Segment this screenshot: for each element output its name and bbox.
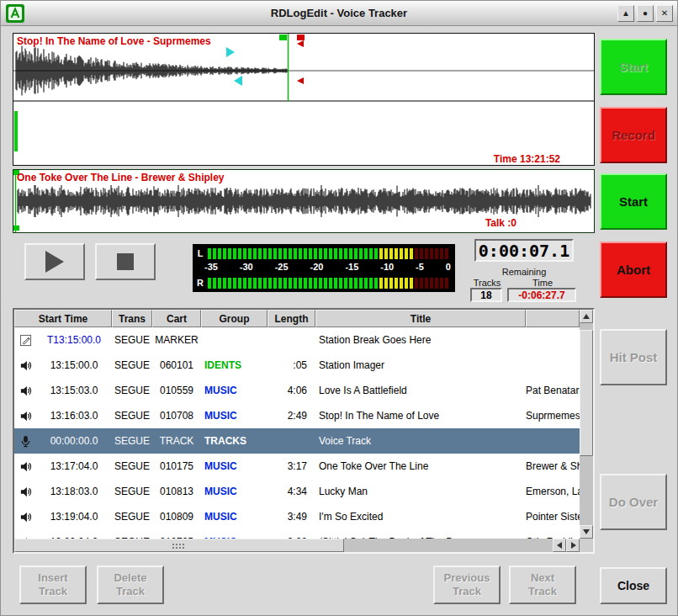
cell-cart: 010809 [152, 511, 201, 523]
cell-length: :05 [267, 359, 315, 371]
cell-trans: SEGUE [112, 410, 152, 422]
cell-artist: Suprmemes [526, 410, 580, 422]
cell-trans: SEGUE [112, 486, 152, 497]
scroll-right-button[interactable] [566, 539, 580, 552]
speaker-icon [14, 486, 36, 498]
cell-trans: SEGUE [112, 435, 152, 447]
delete-track-button[interactable]: Delete Track [97, 566, 164, 604]
voice-tracker-window: RDLogEdit - Voice Tracker ▲ ● ✕ Stop! In… [0, 0, 678, 616]
close-icon[interactable]: ✕ [656, 5, 673, 22]
cell-trans: SEGUE [112, 385, 152, 396]
cell-cart: 010559 [152, 385, 201, 396]
vertical-scroll-track[interactable] [580, 323, 593, 525]
speaker-icon [14, 511, 36, 523]
speaker-icon [14, 385, 36, 397]
cell-cart: 010708 [152, 410, 201, 422]
record-button[interactable]: Record [600, 107, 667, 163]
stop-button[interactable] [95, 243, 156, 280]
cell-title: I'm So Excited [315, 511, 526, 523]
do-over-button[interactable]: Do Over [600, 474, 667, 530]
remaining-label: Remaining [474, 267, 574, 277]
cell-cart: MARKER [152, 334, 201, 346]
hit-post-button[interactable]: Hit Post [600, 329, 667, 385]
col-group[interactable]: Group [201, 310, 267, 327]
scroll-down-button[interactable] [580, 525, 593, 539]
cell-group: MUSIC [201, 385, 267, 396]
remaining-time-label: Time [509, 278, 576, 288]
mic-icon [14, 435, 36, 448]
fade-marker-left-icon[interactable] [234, 76, 242, 86]
talk-time-label: Talk :0 [485, 217, 516, 229]
col-trans[interactable]: Trans [112, 310, 152, 327]
shade-icon[interactable]: ▲ [617, 5, 634, 22]
fade-marker-right-icon[interactable] [226, 47, 235, 57]
table-row[interactable]: 13:16:03.0SEGUE010708MUSIC2:49Stop! In T… [14, 403, 580, 428]
table-row[interactable]: T13:15:00.0SEGUEMARKERStation Break Goes… [14, 327, 580, 353]
arrow-up-icon [583, 314, 590, 319]
vu-left-label: L [193, 248, 208, 258]
titlebar[interactable]: RDLogEdit - Voice Tracker ▲ ● ✕ [1, 1, 677, 26]
arrow-right-icon [571, 542, 576, 549]
stop-icon [117, 253, 134, 270]
next-track-title: One Toke Over The Line - Brewer & Shiple… [17, 172, 225, 183]
arrow-down-icon [583, 529, 590, 534]
vertical-scrollbar[interactable] [580, 310, 593, 539]
table-row[interactable]: 13:20:04.0SEGUE010705MUSIC3:26(Sittin' O… [14, 529, 580, 539]
play-button[interactable] [24, 243, 85, 280]
sticky-icon[interactable]: ● [637, 5, 654, 22]
cell-length: 3:49 [267, 511, 315, 523]
table-row[interactable]: 13:18:03.0SEGUE010813MUSIC4:34Lucky ManE… [14, 479, 580, 504]
col-artist-clipped[interactable] [526, 310, 580, 327]
abort-button[interactable]: Abort [600, 242, 667, 298]
end-marker-arrow-icon[interactable] [297, 40, 304, 47]
scroll-left-button[interactable] [553, 539, 566, 552]
cell-cart: TRACK [152, 435, 201, 447]
insert-track-button[interactable]: Insert Track [19, 566, 87, 604]
waveform-pane-current[interactable]: Stop! In The Name of Love - Suprmemes Ti… [13, 33, 595, 166]
marker-icon [14, 334, 36, 347]
col-length[interactable]: Length [267, 310, 315, 327]
table-row[interactable]: 13:15:00.0SEGUE060101IDENTS:05Station Im… [14, 353, 580, 378]
cell-group: MUSIC [201, 410, 267, 422]
cell-length: 2:49 [267, 410, 315, 422]
table-body: T13:15:00.0SEGUEMARKERStation Break Goes… [14, 327, 580, 539]
cell-group: MUSIC [201, 460, 267, 472]
end-marker-arrow2-icon[interactable] [297, 77, 304, 84]
scrollbar-corner [580, 539, 593, 552]
grip-icon [172, 544, 174, 545]
horizontal-scroll-thumb[interactable] [14, 539, 344, 552]
previous-track-button[interactable]: Previous Track [433, 566, 501, 604]
cell-cart: 010175 [152, 460, 201, 472]
air-time-label: Time 13:21:52 [494, 153, 560, 165]
log-table: Start Time Trans Cart Group Length Title… [13, 308, 595, 554]
col-title[interactable]: Title [315, 310, 526, 327]
next-track-button[interactable]: Next Track [509, 566, 576, 604]
end-marker-handle[interactable] [297, 35, 305, 40]
record-cursor [14, 111, 18, 151]
waveform-pane-next[interactable]: One Toke Over The Line - Brewer & Shiple… [13, 169, 595, 233]
table-row[interactable]: 13:15:03.0SEGUE010559MUSIC4:06Love Is A … [14, 378, 580, 403]
cell-artist: Emerson, Lake [526, 486, 580, 497]
table-row[interactable]: 00:00:00.0SEGUETRACKTRACKSVoice Track [14, 428, 580, 454]
vu-scale: -35-30-25-20-15-10-50 [204, 262, 451, 272]
cell-cart: 060101 [152, 359, 201, 371]
start-button[interactable]: Start [600, 173, 667, 230]
vertical-scroll-thumb[interactable] [580, 330, 593, 456]
table-row[interactable]: 13:19:04.0SEGUE010809MUSIC3:49I'm So Exc… [14, 504, 580, 529]
cell-start-time: 00:00:00.0 [36, 435, 112, 447]
cell-trans: SEGUE [112, 359, 152, 371]
start-button-disabled[interactable]: Start [600, 39, 667, 95]
cell-start-time: T13:15:00.0 [36, 334, 112, 346]
col-cart[interactable]: Cart [152, 310, 201, 327]
table-row[interactable]: 13:17:04.0SEGUE010175MUSIC3:17One Toke O… [14, 454, 580, 479]
cell-cart: 010813 [152, 486, 201, 497]
start-marker-handle-bottom[interactable] [13, 226, 19, 231]
cell-start-time: 13:15:00.0 [36, 359, 112, 371]
remaining-tracks-label: Tracks [470, 278, 504, 288]
col-start-time[interactable]: Start Time [14, 310, 112, 327]
close-button[interactable]: Close [600, 567, 667, 604]
horizontal-scrollbar[interactable] [14, 539, 580, 552]
segue-marker-handle[interactable] [279, 35, 287, 40]
scroll-up-button[interactable] [580, 310, 593, 323]
cell-title: One Toke Over The Line [315, 460, 526, 472]
